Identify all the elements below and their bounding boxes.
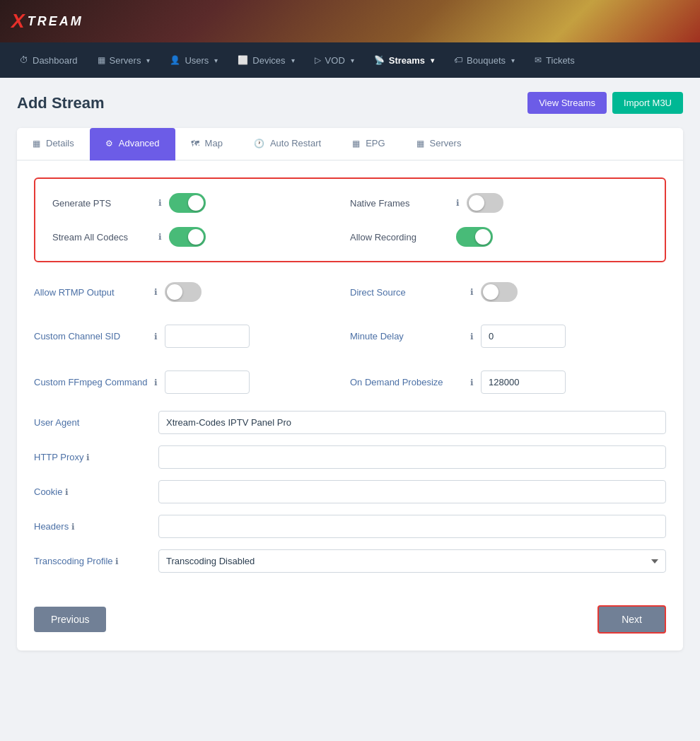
- chevron-down-icon: ▾: [351, 57, 354, 64]
- stream-all-codecs-thumb: [188, 229, 204, 245]
- chevron-down-icon: ▾: [511, 57, 515, 64]
- form-cell-allow-rtmp: Allow RTMP Output ℹ: [34, 282, 350, 302]
- headers-info-icon[interactable]: ℹ: [71, 522, 75, 532]
- view-streams-button[interactable]: View Streams: [527, 92, 607, 114]
- previous-button[interactable]: Previous: [34, 607, 106, 632]
- stream-all-codecs-label: Stream All Codecs: [52, 232, 151, 243]
- direct-source-label: Direct Source: [350, 287, 463, 298]
- minute-delay-info-icon[interactable]: ℹ: [470, 332, 474, 342]
- on-demand-probesize-info-icon[interactable]: ℹ: [470, 378, 474, 387]
- chevron-down-icon: ▾: [214, 57, 218, 64]
- transcoding-profile-select[interactable]: Transcoding Disabled Option 1 Option 2: [158, 549, 666, 573]
- custom-channel-sid-info-icon[interactable]: ℹ: [154, 332, 158, 342]
- nav-item-devices[interactable]: ⬜ Devices ▾: [229, 49, 303, 71]
- tab-bar: ▦ Details ⚙ Advanced 🗺 Map 🕐 Auto Restar…: [17, 128, 683, 161]
- epg-tab-icon: ▦: [352, 139, 360, 148]
- allow-rtmp-info-icon[interactable]: ℹ: [154, 287, 158, 297]
- generate-pts-label: Generate PTS: [52, 198, 151, 209]
- nav-label-servers: Servers: [110, 55, 141, 66]
- headers-label: Headers ℹ: [34, 521, 147, 532]
- custom-ffmpeg-input[interactable]: [165, 370, 250, 394]
- advanced-tab-icon: ⚙: [105, 139, 113, 148]
- form-cell-direct-source: Direct Source ℹ: [350, 282, 666, 302]
- headers-input[interactable]: [158, 515, 666, 538]
- nav-label-streams: Streams: [389, 55, 425, 66]
- nav-item-servers[interactable]: ▦ Servers ▾: [89, 49, 159, 71]
- form-row-transcoding-profile: Transcoding Profile ℹ Transcoding Disabl…: [34, 549, 666, 573]
- custom-ffmpeg-info-icon[interactable]: ℹ: [154, 378, 158, 387]
- tab-map-label: Map: [205, 138, 223, 148]
- form-row-user-agent: User Agent: [34, 411, 666, 434]
- direct-source-info-icon[interactable]: ℹ: [470, 287, 474, 297]
- navbar: ⏱ Dashboard ▦ Servers ▾ 👤 Users ▾ ⬜ Devi…: [0, 42, 700, 78]
- nav-label-vod: VOD: [325, 55, 345, 66]
- toggle-cell-native-frames: Native Frames ℹ: [350, 193, 648, 213]
- form-footer: Previous Next: [34, 594, 666, 634]
- generate-pts-info-icon[interactable]: ℹ: [158, 198, 162, 208]
- http-proxy-label: HTTP Proxy ℹ: [34, 452, 147, 462]
- nav-item-streams[interactable]: 📡 Streams ▾: [366, 49, 443, 71]
- toggle-row-pts-nativeframes: Generate PTS ℹ Native Frames ℹ: [52, 193, 648, 213]
- tab-epg[interactable]: ▦ EPG: [337, 128, 400, 161]
- map-tab-icon: 🗺: [191, 139, 199, 148]
- form-area: Generate PTS ℹ Native Frames ℹ: [17, 161, 683, 650]
- on-demand-probesize-label: On Demand Probesize: [350, 377, 463, 387]
- logo-tream: TREAM: [28, 14, 83, 29]
- next-button[interactable]: Next: [597, 605, 666, 634]
- native-frames-toggle[interactable]: [467, 193, 503, 213]
- nav-item-tickets[interactable]: ✉ Tickets: [526, 49, 583, 71]
- on-demand-probesize-input[interactable]: [481, 370, 566, 394]
- tickets-icon: ✉: [535, 55, 542, 65]
- form-row-headers: Headers ℹ: [34, 515, 666, 538]
- toggle-cell-allow-recording: Allow Recording: [350, 227, 648, 247]
- tab-details[interactable]: ▦ Details: [17, 128, 90, 161]
- nav-item-dashboard[interactable]: ⏱ Dashboard: [11, 49, 86, 71]
- nav-item-vod[interactable]: ▷ VOD ▾: [306, 49, 363, 71]
- streams-icon: 📡: [374, 55, 385, 65]
- user-agent-input[interactable]: [158, 411, 666, 434]
- custom-channel-sid-input[interactable]: [165, 325, 250, 348]
- http-proxy-info-icon[interactable]: ℹ: [86, 453, 90, 462]
- dashboard-icon: ⏱: [20, 55, 28, 65]
- servers-tab-icon: ▦: [416, 139, 424, 148]
- tab-servers-label: Servers: [430, 138, 462, 148]
- stream-all-codecs-info-icon[interactable]: ℹ: [158, 232, 162, 242]
- transcoding-profile-info-icon[interactable]: ℹ: [115, 556, 119, 566]
- tab-auto-restart[interactable]: 🕐 Auto Restart: [238, 128, 337, 161]
- http-proxy-input[interactable]: [158, 445, 666, 469]
- auto-restart-tab-icon: 🕐: [254, 139, 264, 148]
- tab-advanced-label: Advanced: [119, 138, 160, 148]
- transcoding-profile-label: Transcoding Profile ℹ: [34, 556, 147, 566]
- import-m3u-button[interactable]: Import M3U: [612, 92, 683, 114]
- form-row-http-proxy: HTTP Proxy ℹ: [34, 445, 666, 469]
- allow-rtmp-toggle[interactable]: [165, 282, 202, 302]
- form-row-sid-delay: Custom Channel SID ℹ Minute Delay ℹ: [34, 319, 666, 354]
- nav-label-bouquets: Bouquets: [467, 55, 506, 66]
- toggle-cell-stream-all-codecs: Stream All Codecs ℹ: [52, 227, 350, 247]
- generate-pts-toggle[interactable]: [169, 193, 206, 213]
- cookie-info-icon[interactable]: ℹ: [65, 487, 69, 497]
- header-buttons: View Streams Import M3U: [527, 92, 683, 114]
- tab-advanced[interactable]: ⚙ Advanced: [90, 128, 175, 161]
- stream-all-codecs-toggle[interactable]: [169, 227, 206, 247]
- allow-recording-toggle[interactable]: [456, 227, 493, 247]
- tab-servers[interactable]: ▦ Servers: [401, 128, 477, 161]
- direct-source-thumb: [483, 284, 498, 300]
- devices-icon: ⬜: [238, 55, 248, 65]
- form-row-cookie: Cookie ℹ: [34, 480, 666, 503]
- nav-item-users[interactable]: 👤 Users ▾: [161, 49, 226, 71]
- custom-ffmpeg-label: Custom FFmpeg Command: [34, 377, 147, 387]
- custom-channel-sid-label: Custom Channel SID: [34, 331, 147, 342]
- native-frames-info-icon[interactable]: ℹ: [456, 198, 460, 208]
- allow-recording-label: Allow Recording: [350, 232, 449, 243]
- tab-details-label: Details: [46, 138, 74, 148]
- nav-item-bouquets[interactable]: 🏷 Bouquets ▾: [445, 49, 523, 71]
- tab-map[interactable]: 🗺 Map: [175, 128, 238, 161]
- minute-delay-input[interactable]: [481, 325, 566, 348]
- cookie-input[interactable]: [158, 480, 666, 503]
- minute-delay-label: Minute Delay: [350, 331, 463, 342]
- cookie-label: Cookie ℹ: [34, 486, 147, 497]
- direct-source-toggle[interactable]: [481, 282, 518, 302]
- chevron-down-icon: ▾: [146, 57, 150, 64]
- main-content: Add Stream View Streams Import M3U ▦ Det…: [0, 78, 700, 741]
